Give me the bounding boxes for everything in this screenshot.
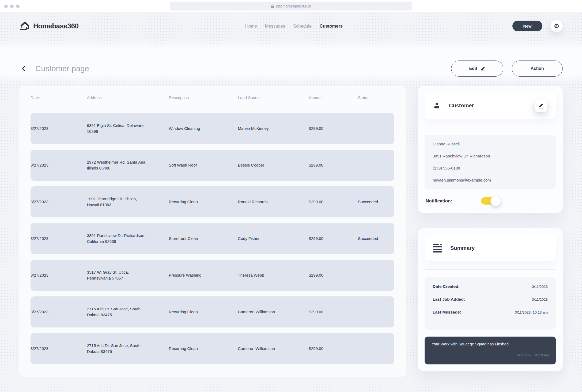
last-message-text: Your Work with Squeege Squad has Finshed (432, 342, 549, 346)
nav-link[interactable]: Customers (320, 24, 343, 29)
address-bar[interactable]: app.homebase360.io (170, 2, 412, 10)
cell-address: 2715 Ash Dr. San Jose, South Dakota 8347… (87, 343, 169, 355)
edit-button-label: Edit (469, 66, 477, 71)
cell-address: 2972 Westheimer Rd. Santa Ana, Illinois … (87, 159, 169, 171)
cell-amount: $299.00 (309, 272, 358, 278)
cell-description: Recurring Clean (169, 346, 238, 352)
summary-field-row: Date Created: 3/11/2023 (433, 284, 548, 289)
table-column-header: Address (87, 95, 169, 100)
cell-amount: $299.00 (309, 236, 358, 242)
summary-card-header: Summary (425, 235, 556, 261)
page-actions: Edit Action (451, 61, 563, 77)
cell-amount: $299.00 (309, 346, 358, 352)
navbar-actions: New ⚙ (512, 20, 563, 32)
summary-field-label: Last Job Added: (433, 297, 465, 302)
cell-lead-source: Theresa Webb (238, 272, 309, 278)
toggle-knob (490, 196, 501, 206)
cell-address: 1901 Thornridge Cir. Shiloh, Hawaii 8106… (87, 196, 169, 208)
customer-phone: (239) 555-0108 (433, 166, 548, 170)
customer-card-header: Customer (425, 92, 556, 119)
customer-email: nevaeh.simmons@example.com (433, 178, 548, 182)
house-logo-icon (19, 20, 31, 32)
cell-date: 3/27/2023 (31, 309, 87, 315)
back-button[interactable] (19, 64, 28, 73)
customer-card: Customer Dianne Russell 3891 Ranchview D… (418, 86, 563, 213)
nav-link[interactable]: Messages (265, 24, 285, 29)
cell-amount: $299.00 (309, 162, 358, 168)
cell-date: 3/27/2023 (31, 272, 87, 278)
table-row[interactable]: 3/27/2023 3517 W. Gray St. Utica, Pennsy… (31, 260, 394, 291)
customer-info-panel: Dianne Russell 3891 Ranchview Dr. Richar… (425, 135, 556, 189)
summary-field-label: Last Message: (433, 310, 461, 315)
cell-lead-source: Ronald Richards (238, 199, 309, 205)
nav-link[interactable]: Home (245, 24, 257, 29)
window-dot[interactable] (4, 5, 8, 8)
cell-description: Recurring Clean (169, 309, 238, 315)
cell-date: 3/27/2023 (31, 236, 87, 242)
cell-description: Recurring Clean (169, 199, 238, 205)
cell-lead-source: Bessie Cooper (238, 162, 309, 168)
cell-status: Succeeded (358, 199, 394, 205)
table-row[interactable]: 3/27/2023 3891 Ranchview Dr. Richardson,… (31, 223, 394, 254)
summary-field-value: 3/11/2023 (532, 285, 548, 289)
cell-address: 6391 Elgin St. Celina, Delaware 10299 (87, 123, 169, 134)
table-row[interactable]: 3/27/2023 2715 Ash Dr. San Jose, South D… (31, 333, 394, 364)
cell-date: 3/27/2023 (31, 162, 87, 168)
cell-description: Window Cleaning (169, 126, 238, 131)
brand-logo: Homebase360 (19, 20, 78, 32)
edit-button[interactable]: Edit (451, 61, 503, 77)
page-header: Customer page Edit Action (0, 40, 582, 84)
page-title: Customer page (35, 64, 89, 73)
cell-amount: $299.00 (309, 309, 358, 315)
main-nav: Home Messages Schedule Customers (245, 12, 343, 40)
notification-toggle[interactable] (481, 197, 498, 205)
cell-description: Soft Wash Roof (169, 162, 238, 168)
action-button[interactable]: Action (512, 61, 563, 77)
settings-button[interactable]: ⚙ (550, 20, 563, 32)
table-row[interactable]: 3/27/2023 2972 Westheimer Rd. Santa Ana,… (31, 150, 394, 181)
new-button[interactable]: New (512, 21, 542, 31)
cell-amount: $299.00 (309, 126, 358, 131)
customer-card-title: Customer (449, 103, 474, 109)
lock-icon (271, 4, 274, 8)
last-message-timestamp: 3/11/2023, 10:13 am (432, 353, 549, 357)
summary-card: Summary Date Created: 3/11/2023 Last Job… (418, 228, 563, 371)
brand-name: Homebase360 (33, 22, 78, 30)
summary-field-value: 3/11/2023, 10:13 am (515, 310, 548, 314)
summary-field-row: Last Job Added: 3/11/2023 (433, 297, 548, 302)
table-row[interactable]: 3/27/2023 1901 Thornridge Cir. Shiloh, H… (31, 186, 394, 217)
cell-address: 3517 W. Gray St. Utica, Pennsylvania 578… (87, 269, 169, 281)
nav-link[interactable]: Schedule (293, 24, 312, 29)
table-header-divider (31, 107, 394, 107)
cell-amount: $299.00 (309, 199, 358, 205)
cell-date: 3/27/2023 (31, 199, 87, 205)
browser-chrome: app.homebase360.io (0, 0, 582, 12)
table-column-header: Lead Source (238, 95, 309, 100)
cell-status: Succeeded (358, 236, 394, 242)
customer-name: Dianne Russell (433, 142, 548, 146)
table-row[interactable]: 3/27/2023 6391 Elgin St. Celina, Delawar… (31, 113, 394, 144)
window-dot[interactable] (10, 5, 14, 8)
table-column-header: Amount (309, 95, 358, 100)
last-message-box: Your Work with Squeege Squad has Finshed… (425, 337, 556, 364)
url-text: app.homebase360.io (276, 4, 311, 8)
screen: app.homebase360.io Homebase360 Home (0, 0, 582, 392)
action-button-label: Action (531, 66, 544, 71)
notification-label: Notification: (426, 198, 452, 204)
person-icon (433, 102, 440, 109)
cell-address: 2715 Ash Dr. San Jose, South Dakota 8347… (87, 306, 169, 318)
window-dot[interactable] (16, 5, 20, 8)
window-controls[interactable] (4, 0, 20, 12)
cell-lead-source: Marvin McKinney (238, 126, 309, 131)
cell-lead-source: Cody Fisher (238, 236, 309, 242)
cell-description: Storefront Clean (169, 236, 238, 242)
right-column: Customer Dianne Russell 3891 Ranchview D… (418, 86, 563, 371)
customer-edit-button[interactable] (535, 99, 547, 112)
summary-fields-panel: Date Created: 3/11/2023 Last Job Added: … (425, 277, 556, 330)
table-row[interactable]: 3/27/2023 2715 Ash Dr. San Jose, South D… (31, 296, 394, 327)
cell-description: Pressure Washing (169, 272, 238, 278)
cell-lead-source: Cameron Williamson (238, 309, 309, 315)
gear-icon: ⚙ (554, 23, 560, 29)
divider (425, 127, 556, 127)
notification-row: Notification: (425, 197, 556, 206)
